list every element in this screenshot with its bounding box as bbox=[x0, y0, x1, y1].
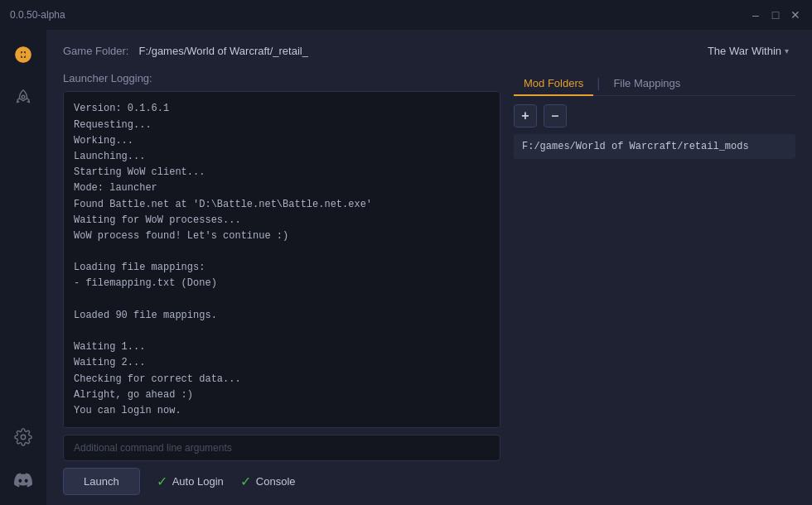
tab-file-mappings[interactable]: File Mappings bbox=[603, 72, 690, 96]
game-folder-bar: Game Folder: F:/games/World of Warcraft/… bbox=[46, 30, 812, 72]
game-folder-path: F:/games/World of Warcraft/_retail_ bbox=[138, 45, 690, 57]
log-line: - filemapping.txt (Done) bbox=[74, 276, 490, 291]
auto-login-checkbox-label[interactable]: ✓ Auto Login bbox=[157, 474, 224, 489]
cmd-args-input[interactable] bbox=[63, 435, 500, 461]
auto-login-label: Auto Login bbox=[172, 475, 224, 488]
left-panel: Launcher Logging: Client Launcher Versio… bbox=[63, 72, 500, 495]
svg-point-1 bbox=[22, 95, 25, 99]
log-line: Working... bbox=[74, 133, 490, 149]
log-line: Mode: launcher bbox=[74, 180, 490, 196]
log-line bbox=[74, 244, 490, 260]
bottom-controls: Launch ✓ Auto Login ✓ Console bbox=[63, 468, 500, 495]
right-panel: Mod Folders | File Mappings + – F:/games… bbox=[514, 72, 795, 495]
log-line: You can login now. bbox=[74, 403, 490, 419]
tab-mod-folders[interactable]: Mod Folders bbox=[514, 72, 593, 96]
title-bar: 0.0.50-alpha – □ ✕ bbox=[0, 0, 812, 30]
launch-button[interactable]: Launch bbox=[63, 468, 140, 495]
sidebar-icon-rocket[interactable] bbox=[8, 83, 38, 113]
launcher-logging-label: Launcher Logging: bbox=[63, 72, 500, 84]
log-line bbox=[74, 91, 490, 101]
window-controls: – □ ✕ bbox=[749, 8, 802, 22]
chevron-down-icon: ▾ bbox=[785, 46, 789, 55]
mod-folder-list: F:/games/World of Warcraft/retail_mods bbox=[514, 134, 795, 495]
tab-divider: | bbox=[597, 76, 600, 91]
console-label: Console bbox=[256, 475, 296, 488]
log-line: Waiting for WoW processes... bbox=[74, 213, 490, 228]
app-title: 0.0.50-alpha bbox=[10, 9, 749, 21]
sidebar-icon-game[interactable] bbox=[8, 40, 38, 70]
log-line: Waiting 2... bbox=[74, 355, 490, 371]
sidebar-icon-settings[interactable] bbox=[8, 422, 38, 452]
auto-login-check-icon: ✓ bbox=[157, 474, 167, 489]
game-version-label: The War Within bbox=[708, 45, 781, 57]
close-button[interactable]: ✕ bbox=[789, 8, 802, 22]
svg-point-2 bbox=[21, 435, 26, 440]
log-line: Launching... bbox=[74, 149, 490, 165]
right-tabs: Mod Folders | File Mappings bbox=[514, 72, 795, 96]
main-layout: Game Folder: F:/games/World of Warcraft/… bbox=[0, 30, 812, 505]
console-check-icon: ✓ bbox=[240, 474, 251, 489]
settings-icon bbox=[14, 428, 32, 446]
log-line: Version: 0.1.6.1 bbox=[74, 101, 490, 117]
game-folder-label: Game Folder: bbox=[63, 45, 128, 57]
log-line: Loaded 90 file mappings. bbox=[74, 308, 490, 324]
log-line: Checking for correct data... bbox=[74, 372, 490, 387]
log-line: Loading file mappings: bbox=[74, 260, 490, 276]
console-checkbox-label[interactable]: ✓ Console bbox=[240, 474, 296, 489]
sidebar-icon-discord[interactable] bbox=[8, 465, 38, 495]
mod-folder-item[interactable]: F:/games/World of Warcraft/retail_mods bbox=[514, 134, 795, 159]
sidebar bbox=[0, 30, 46, 505]
minimize-button[interactable]: – bbox=[749, 8, 762, 22]
log-line: Waiting 1... bbox=[74, 339, 490, 355]
log-line: Requesting... bbox=[74, 118, 490, 133]
log-line bbox=[74, 324, 490, 339]
log-line: Found Battle.net at 'D:\Battle.net\Battl… bbox=[74, 197, 490, 213]
content-area: Game Folder: F:/games/World of Warcraft/… bbox=[46, 30, 812, 505]
rocket-icon bbox=[14, 89, 32, 107]
add-mod-folder-button[interactable]: + bbox=[514, 104, 537, 127]
log-line: Starting WoW client... bbox=[74, 165, 490, 180]
game-icon bbox=[14, 46, 32, 64]
discord-icon bbox=[14, 471, 32, 489]
log-line: WoW process found! Let's continue :) bbox=[74, 228, 490, 244]
log-line bbox=[74, 292, 490, 308]
maximize-button[interactable]: □ bbox=[769, 8, 782, 22]
panels-container: Launcher Logging: Client Launcher Versio… bbox=[46, 72, 812, 505]
log-line: Alright, go ahead :) bbox=[74, 387, 490, 403]
right-toolbar: + – bbox=[514, 104, 795, 127]
game-version-dropdown[interactable]: The War Within ▾ bbox=[701, 41, 795, 60]
remove-mod-folder-button[interactable]: – bbox=[544, 104, 567, 127]
log-area[interactable]: Client Launcher Version: 0.1.6.1Requesti… bbox=[63, 91, 500, 428]
